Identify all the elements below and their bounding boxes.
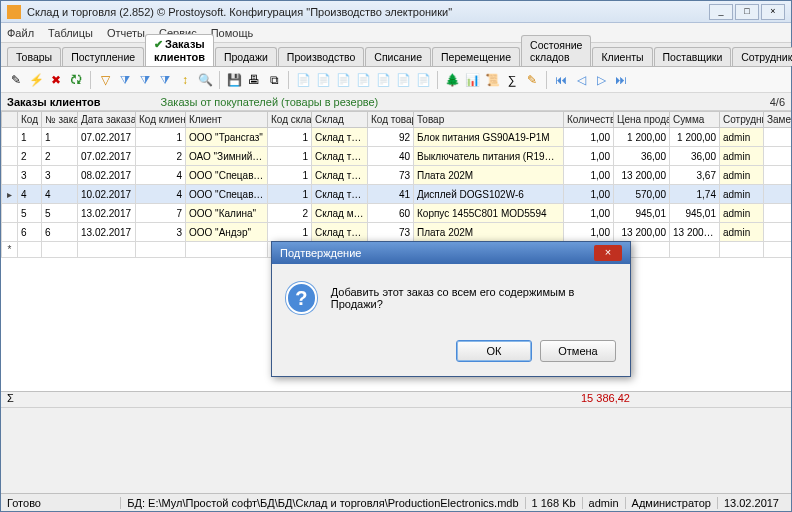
col-header[interactable]: Дата заказа (78, 112, 136, 128)
col-header[interactable]: Товар (414, 112, 564, 128)
orders-table[interactable]: Код№ заказаДата заказаКод клиентаКлиентК… (1, 111, 791, 258)
col-header[interactable]: Количество (564, 112, 614, 128)
dialog-close-button[interactable]: × (594, 245, 622, 261)
col-header[interactable]: Код склада (268, 112, 312, 128)
status-date: 13.02.2017 (717, 497, 785, 509)
tab-clients[interactable]: Клиенты (592, 47, 652, 66)
filter-icon[interactable]: ▽ (96, 71, 114, 89)
funnel1-icon[interactable]: ⧩ (116, 71, 134, 89)
tab-suppliers[interactable]: Поставщики (654, 47, 732, 66)
menu-help[interactable]: Помощь (211, 27, 254, 39)
confirm-dialog: Подтверждение × ? Добавить этот заказ со… (271, 241, 631, 377)
tab-writeoff[interactable]: Списание (365, 47, 431, 66)
col-header[interactable] (2, 112, 18, 128)
status-db: БД: E:\Мул\Простой софт\БД\БД\Склад и то… (120, 497, 524, 509)
tab-goods[interactable]: Товары (7, 47, 61, 66)
doc3-icon[interactable]: 📄 (334, 71, 352, 89)
app-window: Склад и торговля (2.852) © Prostoysoft. … (0, 0, 792, 512)
table-row[interactable]: 5513.02.20177ООО "Калина"2Склад мате60Ко… (2, 204, 792, 223)
search-icon[interactable]: 🔍 (196, 71, 214, 89)
table-row[interactable]: ▸4410.02.20174ООО "Спецавтом"1Склад това… (2, 185, 792, 204)
sort-icon[interactable]: ↕ (176, 71, 194, 89)
bolt-icon[interactable]: ⚡ (27, 71, 45, 89)
tab-orders[interactable]: ✔Заказы клиентов (145, 34, 214, 66)
tab-production[interactable]: Производство (278, 47, 364, 66)
delete-icon[interactable]: ✖ (47, 71, 65, 89)
check-icon: ✔ (154, 38, 163, 50)
last-icon[interactable]: ⏭ (612, 71, 630, 89)
refresh-icon[interactable]: 🗘 (67, 71, 85, 89)
close-button[interactable]: × (761, 4, 785, 20)
col-header[interactable]: Код (18, 112, 42, 128)
new-row-marker[interactable]: * (2, 242, 18, 258)
doc7-icon[interactable]: 📄 (414, 71, 432, 89)
tab-employees[interactable]: Сотрудники (732, 47, 792, 66)
doc2-icon[interactable]: 📄 (314, 71, 332, 89)
funnel3-icon[interactable]: ⧩ (156, 71, 174, 89)
prev-icon[interactable]: ◁ (572, 71, 590, 89)
tabbar: Товары Поступление ✔Заказы клиентов Прод… (1, 43, 791, 67)
menu-file[interactable]: Файл (7, 27, 34, 39)
doc6-icon[interactable]: 📄 (394, 71, 412, 89)
sum-icon[interactable]: ∑ (503, 71, 521, 89)
save-icon[interactable]: 💾 (225, 71, 243, 89)
status-user: admin (582, 497, 625, 509)
print-icon[interactable]: 🖶 (245, 71, 263, 89)
grid-pager: 4/6 (770, 96, 785, 108)
col-header[interactable]: Склад (312, 112, 368, 128)
edit-icon[interactable]: ✎ (7, 71, 25, 89)
col-header[interactable]: № заказа (42, 112, 78, 128)
col-header[interactable]: Клиент (186, 112, 268, 128)
dialog-title: Подтверждение (280, 247, 361, 259)
doc5-icon[interactable]: 📄 (374, 71, 392, 89)
app-icon (7, 5, 21, 19)
table-row[interactable]: 6613.02.20173ООО "Андэр"1Склад това73Пла… (2, 223, 792, 242)
menu-reports[interactable]: Отчеты (107, 27, 145, 39)
ok-button[interactable]: ОК (456, 340, 532, 362)
col-header[interactable]: Заметки (764, 112, 792, 128)
question-icon: ? (286, 282, 317, 314)
menu-tables[interactable]: Таблицы (48, 27, 93, 39)
next-icon[interactable]: ▷ (592, 71, 610, 89)
col-header[interactable]: Цена продажи (614, 112, 670, 128)
grid-subtitle: Заказы от покупателей (товары в резерве) (161, 96, 379, 108)
sigma-icon: Σ (7, 392, 21, 407)
grid-title: Заказы клиентов (7, 96, 101, 108)
table-row[interactable]: 2207.02.20172ОАО "Зимний сад"1Склад това… (2, 147, 792, 166)
dialog-message: Добавить этот заказ со всем его содержим… (331, 286, 616, 310)
titlebar: Склад и торговля (2.852) © Prostoysoft. … (1, 1, 791, 23)
grid-header: Заказы клиентов Заказы от покупателей (т… (1, 93, 791, 111)
funnel2-icon[interactable]: ⧩ (136, 71, 154, 89)
statusbar: Готово БД: E:\Мул\Простой софт\БД\БД\Скл… (1, 493, 791, 511)
col-header[interactable]: Сумма (670, 112, 720, 128)
tab-receipt[interactable]: Поступление (62, 47, 144, 66)
tree-icon[interactable]: 🌲 (443, 71, 461, 89)
dialog-titlebar: Подтверждение × (272, 242, 630, 264)
table-row[interactable]: 3308.02.20174ООО "Спецавтом"1Склад това7… (2, 166, 792, 185)
script-icon[interactable]: ✎ (523, 71, 541, 89)
maximize-button[interactable]: □ (735, 4, 759, 20)
doc1-icon[interactable]: 📄 (294, 71, 312, 89)
status-role: Администратор (625, 497, 717, 509)
col-header[interactable]: Код товара (368, 112, 414, 128)
first-icon[interactable]: ⏮ (552, 71, 570, 89)
menubar: Файл Таблицы Отчеты Сервис Помощь (1, 23, 791, 43)
doc4-icon[interactable]: 📄 (354, 71, 372, 89)
tab-stock[interactable]: Состояние складов (521, 35, 591, 66)
cancel-button[interactable]: Отмена (540, 340, 616, 362)
sum-row: Σ 15 386,42 (1, 391, 791, 407)
tab-sales[interactable]: Продажи (215, 47, 277, 66)
copy-icon[interactable]: ⧉ (265, 71, 283, 89)
status-size: 1 168 Kb (525, 497, 582, 509)
table-row[interactable]: 1107.02.20171ООО "Трансгаз"1Склад това92… (2, 128, 792, 147)
h-scrollbar[interactable] (1, 407, 791, 421)
history-icon[interactable]: 📜 (483, 71, 501, 89)
sum-value: 15 386,42 (581, 392, 630, 407)
tab-move[interactable]: Перемещение (432, 47, 520, 66)
minimize-button[interactable]: _ (709, 4, 733, 20)
chart-icon[interactable]: 📊 (463, 71, 481, 89)
status-ready: Готово (7, 497, 120, 509)
window-title: Склад и торговля (2.852) © Prostoysoft. … (27, 6, 709, 18)
col-header[interactable]: Код клиента (136, 112, 186, 128)
col-header[interactable]: Сотрудник (720, 112, 764, 128)
